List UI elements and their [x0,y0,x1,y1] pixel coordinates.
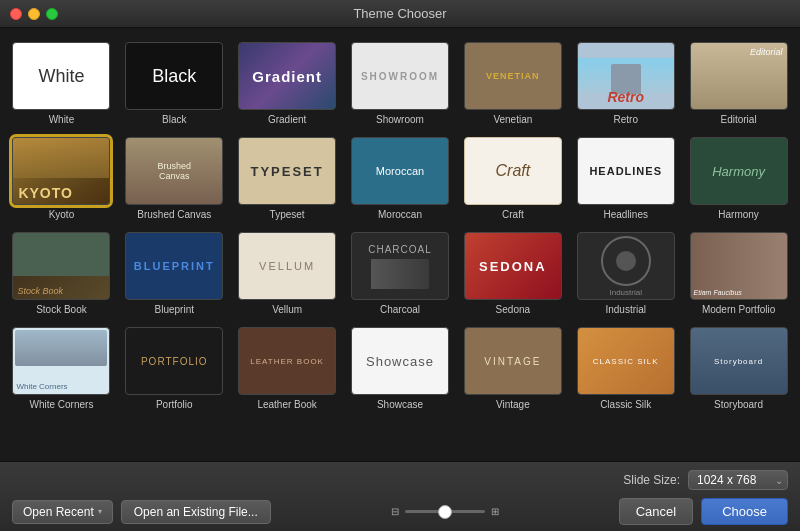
zoom-slider-area: ⊟ ⊞ [391,506,499,517]
theme-craft-label: Craft [502,209,524,220]
theme-storyboard-label: Storyboard [714,399,763,410]
slide-size-wrapper: 1024 x 768 1280 x 720 1920 x 1080 [688,470,788,490]
theme-headlines[interactable]: HEADLINES Headlines [572,135,679,222]
theme-portfolio[interactable]: PORTFOLIO Portfolio [121,325,228,412]
theme-sedona-label: Sedona [496,304,530,315]
left-actions: Open Recent ▾ Open an Existing File... [12,500,271,524]
theme-vellum-label: Vellum [272,304,302,315]
theme-venetian-label: Venetian [493,114,532,125]
theme-industrial-thumb: Industrial [577,232,675,300]
zoom-in-icon: ⊞ [491,506,499,517]
theme-brushed-canvas[interactable]: BrushedCanvas Brushed Canvas [121,135,228,222]
theme-charcoal-label: Charcoal [380,304,420,315]
theme-portfolio-label: Portfolio [156,399,193,410]
theme-vellum-thumb: VELLUM [238,232,336,300]
theme-white[interactable]: White White [8,40,115,127]
theme-white-corners-label: White Corners [29,399,93,410]
theme-venetian-thumb: VENETIAN [464,42,562,110]
theme-moroccan-thumb: Moroccan [351,137,449,205]
theme-showcase[interactable]: Showcase Showcase [347,325,454,412]
theme-black-thumb: Black [125,42,223,110]
theme-classic-silk-label: Classic Silk [600,399,651,410]
theme-typeset-label: Typeset [270,209,305,220]
theme-retro-label: Retro [613,114,637,125]
theme-gradient[interactable]: Gradient Gradient [234,40,341,127]
theme-black-label: Black [162,114,186,125]
theme-charcoal[interactable]: CHARCOAL Charcoal [347,230,454,317]
window-title: Theme Chooser [353,6,446,21]
theme-vellum[interactable]: VELLUM Vellum [234,230,341,317]
theme-black[interactable]: Black Black [121,40,228,127]
theme-gradient-thumb: Gradient [238,42,336,110]
theme-craft[interactable]: Craft Craft [459,135,566,222]
theme-white-corners[interactable]: White Corners White Corners [8,325,115,412]
slide-size-select[interactable]: 1024 x 768 1280 x 720 1920 x 1080 [688,470,788,490]
zoom-out-icon: ⊟ [391,506,399,517]
open-recent-arrow: ▾ [98,507,102,516]
theme-showroom[interactable]: SHOWROOM Showroom [347,40,454,127]
theme-editorial-thumb: Editorial [690,42,788,110]
theme-modern-portfolio[interactable]: Etiam Faucibus Modern Portfolio [685,230,792,317]
theme-modern-portfolio-thumb: Etiam Faucibus [690,232,788,300]
theme-industrial-label: Industrial [605,304,646,315]
theme-leather-book-label: Leather Book [257,399,317,410]
theme-headlines-label: Headlines [603,209,647,220]
theme-blueprint-label: Blueprint [155,304,194,315]
right-actions: Cancel Choose [619,498,788,525]
theme-classic-silk[interactable]: CLASSIC SILK Classic Silk [572,325,679,412]
theme-kyoto[interactable]: KYOTO Kyoto [8,135,115,222]
center-actions: ⊟ ⊞ [391,506,499,517]
choose-button[interactable]: Choose [701,498,788,525]
theme-white-thumb: White [12,42,110,110]
zoom-slider[interactable] [405,510,485,513]
theme-stock-book-thumb: Stock Book [12,232,110,300]
theme-industrial[interactable]: Industrial Industrial [572,230,679,317]
theme-storyboard-thumb: Storyboard [690,327,788,395]
theme-moroccan[interactable]: Moroccan Moroccan [347,135,454,222]
theme-leather-book[interactable]: LEATHER BOOK Leather Book [234,325,341,412]
theme-classic-silk-thumb: CLASSIC SILK [577,327,675,395]
theme-brushed-canvas-label: Brushed Canvas [137,209,211,220]
slide-size-label: Slide Size: [623,473,680,487]
theme-vintage-thumb: VINTAGE [464,327,562,395]
theme-vintage[interactable]: VINTAGE Vintage [459,325,566,412]
theme-blueprint[interactable]: BLUEPRINT Blueprint [121,230,228,317]
minimize-button[interactable] [28,8,40,20]
bottom-toolbar: Slide Size: 1024 x 768 1280 x 720 1920 x… [0,461,800,531]
theme-harmony[interactable]: Harmony Harmony [685,135,792,222]
theme-retro-thumb: Retro [577,42,675,110]
close-button[interactable] [10,8,22,20]
theme-leather-book-thumb: LEATHER BOOK [238,327,336,395]
theme-harmony-label: Harmony [718,209,759,220]
theme-typeset-thumb: TYPESET [238,137,336,205]
theme-typeset[interactable]: TYPESET Typeset [234,135,341,222]
cancel-button[interactable]: Cancel [619,498,693,525]
theme-kyoto-label: Kyoto [49,209,75,220]
theme-venetian[interactable]: VENETIAN Venetian [459,40,566,127]
theme-blueprint-thumb: BLUEPRINT [125,232,223,300]
theme-kyoto-thumb: KYOTO [12,137,110,205]
maximize-button[interactable] [46,8,58,20]
window-controls [10,8,58,20]
slide-size-row: Slide Size: 1024 x 768 1280 x 720 1920 x… [0,462,800,494]
theme-retro[interactable]: Retro Retro [572,40,679,127]
open-existing-button[interactable]: Open an Existing File... [121,500,271,524]
theme-white-corners-thumb: White Corners [12,327,110,395]
theme-portfolio-thumb: PORTFOLIO [125,327,223,395]
open-recent-button[interactable]: Open Recent ▾ [12,500,113,524]
theme-gradient-label: Gradient [268,114,306,125]
theme-stock-book[interactable]: Stock Book Stock Book [8,230,115,317]
theme-charcoal-thumb: CHARCOAL [351,232,449,300]
theme-harmony-thumb: Harmony [690,137,788,205]
theme-moroccan-label: Moroccan [378,209,422,220]
theme-editorial-label: Editorial [720,114,756,125]
theme-grid: White White Black Black Gradient Gradien… [8,40,792,412]
theme-showroom-label: Showroom [376,114,424,125]
title-bar: Theme Chooser [0,0,800,28]
theme-showcase-thumb: Showcase [351,327,449,395]
theme-showcase-label: Showcase [377,399,423,410]
theme-storyboard[interactable]: Storyboard Storyboard [685,325,792,412]
theme-sedona[interactable]: SEDONA Sedona [459,230,566,317]
action-row: Open Recent ▾ Open an Existing File... ⊟… [0,494,800,531]
theme-editorial[interactable]: Editorial Editorial [685,40,792,127]
